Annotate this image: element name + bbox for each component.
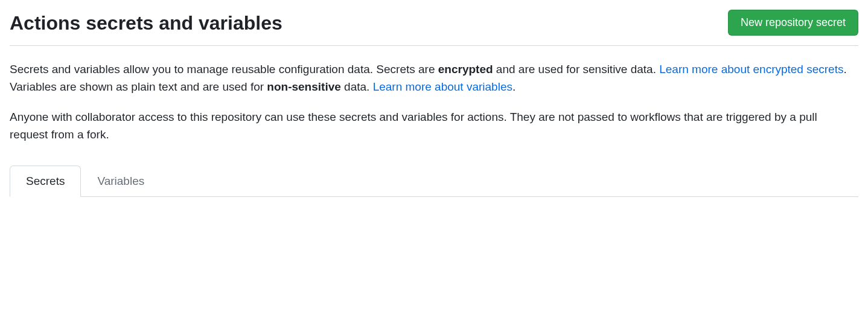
page-header: Actions secrets and variables New reposi… xyxy=(10,10,858,46)
description-paragraph-2: Anyone with collaborator access to this … xyxy=(10,108,858,144)
description-text: Secrets and variables allow you to manag… xyxy=(10,63,438,76)
tab-variables[interactable]: Variables xyxy=(81,166,161,197)
tabs-container: Secrets Variables xyxy=(10,166,858,197)
encrypted-emphasis: encrypted xyxy=(438,63,493,76)
description-paragraph-1: Secrets and variables allow you to manag… xyxy=(10,60,858,96)
non-sensitive-emphasis: non-sensitive xyxy=(267,80,340,93)
learn-more-secrets-link[interactable]: Learn more about encrypted secrets xyxy=(659,63,843,76)
learn-more-variables-link[interactable]: Learn more about variables xyxy=(373,80,512,93)
tab-secrets[interactable]: Secrets xyxy=(10,166,81,197)
description-text: data. xyxy=(341,80,373,93)
new-repository-secret-button[interactable]: New repository secret xyxy=(728,10,858,36)
page-title: Actions secrets and variables xyxy=(10,11,282,35)
description-text: and are used for sensitive data. xyxy=(493,63,660,76)
description-text: . xyxy=(512,80,515,93)
